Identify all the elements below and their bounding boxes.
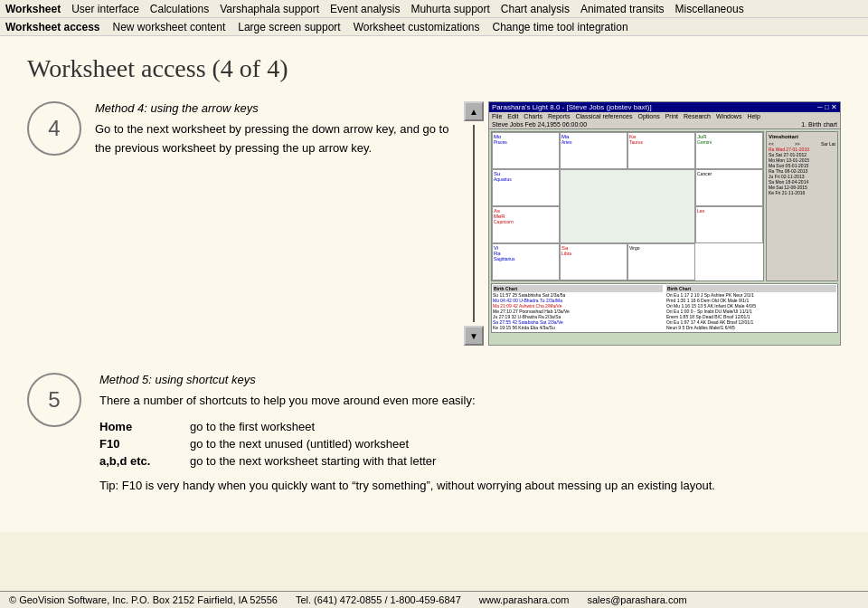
footer: © GeoVision Software, Inc. P.O. Box 2152… bbox=[0, 591, 868, 608]
chart-cell-leo: Leo bbox=[695, 206, 763, 243]
chart-cell-mo: MoPisces bbox=[492, 132, 560, 169]
chart-cell-as: AsMeRCapricorn bbox=[492, 206, 560, 243]
sub-navigation: Worksheet access New worksheet content L… bbox=[0, 18, 868, 36]
page-title: Worksheet access (4 of 4) bbox=[27, 54, 841, 83]
sub-item-worksheet-access[interactable]: Worksheet access bbox=[5, 21, 100, 33]
footer-phone: Tel. (641) 472-0855 / 1-800-459-6847 bbox=[296, 594, 461, 605]
screenshot-bottom-panel: Birth Chart Su 11:57 25 Satabhisha Sat 2… bbox=[491, 283, 838, 333]
nav-item-varshaphala[interactable]: Varshaphala support bbox=[220, 3, 319, 15]
sub-item-customizations[interactable]: Worksheet customizations bbox=[354, 21, 480, 33]
shortcut-f10: F10 go to the next unused (untitled) wor… bbox=[99, 437, 841, 451]
shortcut-home: Home go to the first worksheet bbox=[99, 420, 841, 433]
scroll-arrows: ▲ ▼ bbox=[464, 101, 484, 346]
shortcut-desc-f10: go to the next unused (untitled) workshe… bbox=[190, 437, 409, 451]
birth-chart-grid: MoPisces MaAries KeTaurus JuRGemini SuAq… bbox=[491, 131, 764, 281]
chart-cell-ma: MaAries bbox=[560, 132, 627, 169]
method4-section: 4 Method 4: using the arrow keys Go to t… bbox=[27, 101, 841, 346]
method5-section: 5 Method 5: using shortcut keys There a … bbox=[27, 373, 841, 496]
method4-circle: 4 bbox=[27, 101, 81, 156]
nav-item-chart-analysis[interactable]: Chart analysis bbox=[501, 3, 570, 15]
shortcut-desc-letters: go to the next worksheet starting with t… bbox=[190, 454, 436, 468]
scroll-up-button[interactable]: ▲ bbox=[464, 101, 484, 121]
chart-cell-jur: JuRGemini bbox=[695, 132, 763, 169]
method4-body: Go to the next worksheet by pressing the… bbox=[95, 120, 455, 158]
shortcuts-table: Home go to the first worksheet F10 go to… bbox=[99, 420, 841, 468]
screenshot-menubar: File Edit Charts Reports Classical refer… bbox=[489, 112, 840, 120]
nav-item-worksheet[interactable]: Worksheet bbox=[5, 3, 61, 15]
screenshot-titlebar: Parashara's Light 8.0 - [Steve Jobs (job… bbox=[489, 102, 840, 112]
screenshot-main-area: MoPisces MaAries KeTaurus JuRGemini SuAq… bbox=[489, 129, 840, 283]
method4-text: Method 4: using the arrow keys Go to the… bbox=[95, 101, 455, 158]
chart-cell-sa: SaLibra bbox=[560, 243, 627, 280]
nav-item-muhurta[interactable]: Muhurta support bbox=[410, 3, 489, 15]
shortcut-key-f10: F10 bbox=[99, 437, 190, 451]
sub-item-change-time[interactable]: Change time tool integration bbox=[493, 21, 628, 33]
shortcut-key-letters: a,b,d etc. bbox=[99, 454, 190, 468]
method5-title: Method 5: using shortcut keys bbox=[99, 373, 841, 386]
nav-item-user-interface[interactable]: User interface bbox=[71, 3, 139, 15]
top-navigation: Worksheet User interface Calculations Va… bbox=[0, 0, 868, 18]
nav-item-animated[interactable]: Animated transits bbox=[580, 3, 665, 15]
tip-text: Tip: F10 is very handy when you quickly … bbox=[99, 477, 841, 496]
nav-item-event-analysis[interactable]: Event analysis bbox=[330, 3, 400, 15]
method5-intro: There a number of shortcuts to help you … bbox=[99, 392, 841, 411]
nav-item-misc[interactable]: Miscellaneous bbox=[675, 3, 744, 15]
chart-cell-cancer: Cancer bbox=[695, 169, 763, 206]
shortcut-desc-home: go to the first worksheet bbox=[190, 420, 315, 433]
chart-cell-vi: ViRaSagittarius bbox=[492, 243, 560, 280]
footer-website: www.parashara.com bbox=[479, 594, 570, 605]
screenshot-right-panel: Vimshottari <<>>Sar Lat Ra Wed 27-01-201… bbox=[766, 131, 838, 281]
chart-cell-center bbox=[560, 169, 695, 243]
screenshot-subtitle: Steve Jobs Feb 24,1955 06:00:00 1. Birth… bbox=[489, 120, 840, 129]
chart-cell-su: SuAquarius bbox=[492, 169, 560, 206]
chart-cell-ke: KeTaurus bbox=[627, 132, 695, 169]
sub-item-new-worksheet[interactable]: New worksheet content bbox=[113, 21, 226, 33]
screenshot-title-text: Parashara's Light 8.0 - [Steve Jobs (job… bbox=[492, 103, 652, 111]
method5-text: Method 5: using shortcut keys There a nu… bbox=[99, 373, 841, 496]
scroll-down-button[interactable]: ▼ bbox=[464, 326, 484, 346]
screenshot-window-controls: ─ □ ✕ bbox=[817, 103, 837, 111]
software-screenshot: Parashara's Light 8.0 - [Steve Jobs (job… bbox=[488, 101, 841, 346]
method4-left: 4 Method 4: using the arrow keys Go to t… bbox=[27, 101, 455, 158]
main-content: Worksheet access (4 of 4) 4 Method 4: us… bbox=[0, 36, 868, 532]
arrow-line bbox=[473, 125, 475, 322]
shortcut-letters: a,b,d etc. go to the next worksheet star… bbox=[99, 454, 841, 468]
sub-item-large-screen[interactable]: Large screen support bbox=[238, 21, 340, 33]
nav-item-calculations[interactable]: Calculations bbox=[150, 3, 209, 15]
method4-title: Method 4: using the arrow keys bbox=[95, 101, 455, 115]
shortcut-key-home: Home bbox=[99, 420, 190, 433]
footer-copyright: © GeoVision Software, Inc. P.O. Box 2152… bbox=[9, 594, 278, 605]
chart-cell-virgo: Virgo bbox=[627, 243, 695, 280]
method4-screenshot-area: ▲ ▼ Parashara's Light 8.0 - [Steve Jobs … bbox=[464, 101, 841, 346]
method5-circle: 5 bbox=[27, 373, 81, 427]
footer-email: sales@parashara.com bbox=[587, 594, 686, 605]
